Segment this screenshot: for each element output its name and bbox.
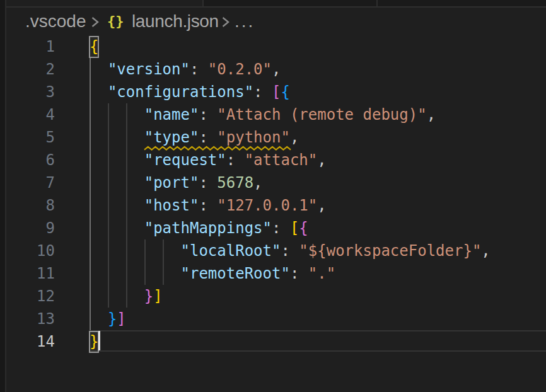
token-key: "localRoot" bbox=[181, 242, 281, 260]
bracket-match-box bbox=[89, 331, 99, 353]
json-file-icon: {} bbox=[107, 8, 124, 35]
token-b3: } bbox=[108, 310, 117, 328]
token-pun: : bbox=[199, 106, 217, 124]
tab-divider bbox=[202, 0, 204, 6]
line-number[interactable]: 11 bbox=[6, 262, 55, 285]
token-pun: : bbox=[281, 242, 299, 260]
line-number[interactable]: 1 bbox=[6, 35, 55, 58]
bracket-match-box bbox=[89, 36, 99, 58]
chevron-right-icon bbox=[220, 16, 231, 30]
code-text: }] bbox=[90, 285, 163, 308]
line-number[interactable]: 2 bbox=[6, 58, 55, 81]
token-b2: { bbox=[299, 219, 308, 237]
tab-active[interactable] bbox=[6, 0, 202, 6]
vscode-window: .vscode {} launch.json ... 1{2 "version"… bbox=[0, 0, 546, 392]
token-pun: , bbox=[427, 106, 436, 124]
code-line[interactable]: 7 "port": 5678, bbox=[6, 171, 546, 194]
token-pun: , bbox=[481, 242, 490, 260]
line-number[interactable]: 10 bbox=[6, 239, 55, 262]
token-pun: : bbox=[290, 265, 308, 282]
breadcrumb-symbol-ellipsis[interactable]: ... bbox=[235, 8, 255, 35]
token-num: 5678 bbox=[217, 174, 253, 192]
token-str: "." bbox=[308, 265, 335, 282]
code-text: "pathMappings": [{ bbox=[90, 217, 308, 239]
token-pun: , bbox=[253, 174, 262, 192]
line-number[interactable]: 6 bbox=[6, 149, 55, 171]
code-line[interactable]: 11 "remoteRoot": "." bbox=[6, 262, 546, 285]
token-key: "remoteRoot" bbox=[181, 265, 290, 282]
code-text: "version": "0.2.0", bbox=[90, 58, 281, 81]
code-text: "port": 5678, bbox=[90, 171, 263, 194]
tab-divider bbox=[376, 0, 378, 6]
token-str: "Attach (remote debug)" bbox=[217, 106, 426, 124]
token-key: "name" bbox=[144, 106, 199, 124]
line-number[interactable]: 13 bbox=[6, 308, 55, 330]
token-key: "configurations" bbox=[108, 83, 253, 101]
line-number[interactable]: 5 bbox=[6, 126, 55, 149]
code-line[interactable]: 8 "host": "127.0.0.1", bbox=[6, 194, 546, 217]
token-pun: : bbox=[226, 151, 245, 169]
code-line[interactable]: 10 "localRoot": "${workspaceFolder}", bbox=[6, 239, 546, 262]
line-number[interactable]: 12 bbox=[6, 285, 55, 308]
token-str: "${workspaceFolder}" bbox=[299, 242, 481, 260]
token-pun: : bbox=[199, 129, 217, 146]
tab-bar bbox=[6, 0, 546, 6]
token-pun: , bbox=[290, 129, 299, 146]
text-cursor bbox=[98, 331, 100, 350]
token-str: "attach" bbox=[245, 151, 318, 169]
token-str: "127.0.0.1" bbox=[217, 197, 317, 214]
token-pun: , bbox=[272, 61, 281, 78]
token-b1: [ bbox=[290, 219, 299, 237]
token-b3: { bbox=[281, 83, 289, 101]
token-pun: : bbox=[253, 83, 272, 101]
line-number[interactable]: 14 bbox=[6, 330, 55, 353]
line-number[interactable]: 9 bbox=[6, 217, 55, 239]
token-pun: : bbox=[190, 61, 208, 78]
token-b2: } bbox=[144, 287, 153, 305]
code-text: "localRoot": "${workspaceFolder}", bbox=[90, 239, 491, 262]
breadcrumb-file[interactable]: launch.json bbox=[132, 8, 219, 35]
token-pun: , bbox=[317, 151, 326, 169]
token-key: "type" bbox=[144, 129, 199, 146]
code-line[interactable]: 13 }] bbox=[6, 308, 546, 330]
token-b2: ] bbox=[117, 310, 125, 328]
code-text: "remoteRoot": "." bbox=[90, 262, 335, 285]
token-key: "port" bbox=[144, 174, 199, 192]
token-pun: , bbox=[317, 197, 326, 214]
token-str: "0.2.0" bbox=[208, 61, 272, 78]
chevron-right-icon bbox=[90, 16, 101, 30]
token-b1: ] bbox=[153, 287, 162, 305]
line-number[interactable]: 8 bbox=[6, 194, 55, 217]
token-key: "pathMappings" bbox=[144, 219, 272, 237]
token-pun: : bbox=[199, 197, 217, 214]
token-pun: : bbox=[199, 174, 217, 192]
line-number[interactable]: 4 bbox=[6, 103, 55, 126]
code-text: }] bbox=[90, 308, 126, 330]
token-key: "request" bbox=[144, 151, 226, 169]
sidebar-edge bbox=[0, 0, 5, 392]
token-pun: : bbox=[272, 219, 290, 237]
code-line[interactable]: 4 "name": "Attach (remote debug)", bbox=[6, 103, 546, 126]
code-line[interactable]: 6 "request": "attach", bbox=[6, 149, 546, 171]
token-str: "python" bbox=[217, 129, 290, 146]
token-key: "host" bbox=[144, 197, 199, 214]
code-text: "name": "Attach (remote debug)", bbox=[90, 103, 436, 126]
code-line[interactable]: 9 "pathMappings": [{ bbox=[6, 217, 546, 239]
breadcrumbs: .vscode {} launch.json ... bbox=[6, 8, 546, 35]
token-key: "version" bbox=[108, 61, 190, 78]
code-line[interactable]: 2 "version": "0.2.0", bbox=[6, 58, 546, 81]
line-number[interactable]: 3 bbox=[6, 81, 55, 103]
code-line[interactable]: 14} bbox=[6, 330, 546, 353]
code-line[interactable]: 12 }] bbox=[6, 285, 546, 308]
breadcrumb-folder[interactable]: .vscode bbox=[25, 8, 86, 35]
code-text: "request": "attach", bbox=[90, 149, 327, 171]
token-b2: [ bbox=[272, 83, 281, 101]
code-editor[interactable]: 1{2 "version": "0.2.0",3 "configurations… bbox=[6, 35, 546, 392]
code-line[interactable]: 1{ bbox=[6, 35, 546, 58]
code-line[interactable]: 3 "configurations": [{ bbox=[6, 81, 546, 103]
line-number[interactable]: 7 bbox=[6, 171, 55, 194]
code-text: "host": "127.0.0.1", bbox=[90, 194, 327, 217]
code-text: "configurations": [{ bbox=[90, 81, 290, 103]
